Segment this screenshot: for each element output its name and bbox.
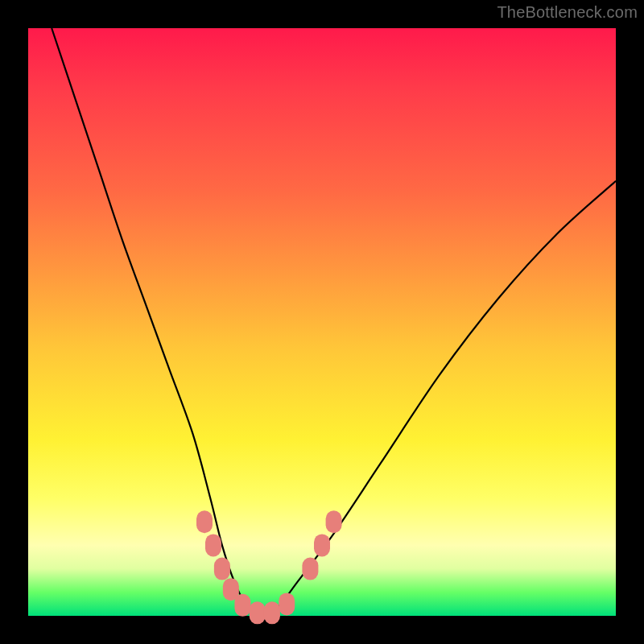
watermark-label: TheBottleneck.com (497, 3, 638, 22)
chart-svg (28, 28, 616, 616)
chart-frame: TheBottleneck.com (0, 0, 644, 644)
marker-point (234, 594, 250, 617)
marker-point (326, 510, 342, 533)
marker-point (279, 592, 295, 615)
marker-cluster-left (196, 510, 295, 624)
marker-point (302, 558, 318, 580)
marker-point (214, 558, 230, 580)
marker-point (196, 510, 213, 533)
marker-point (205, 534, 221, 556)
marker-point (264, 601, 280, 624)
marker-point (250, 601, 266, 624)
marker-cluster-right (302, 510, 341, 580)
marker-point (314, 534, 330, 556)
plot-area (28, 28, 616, 616)
